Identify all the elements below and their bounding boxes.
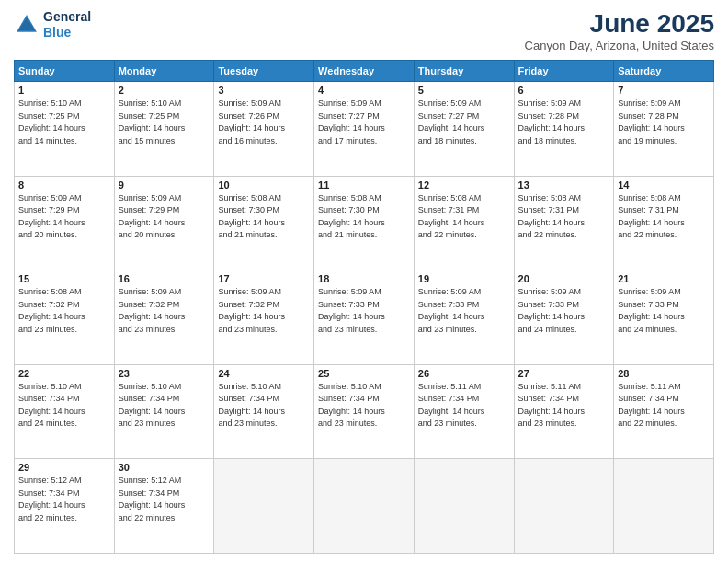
day-info: Sunrise: 5:09 AMSunset: 7:27 PMDaylight:…	[418, 98, 510, 147]
calendar-cell: 5Sunrise: 5:09 AMSunset: 7:27 PMDaylight…	[414, 82, 514, 177]
day-number: 1	[18, 85, 110, 96]
calendar-cell: 27Sunrise: 5:11 AMSunset: 7:34 PMDayligh…	[514, 364, 614, 459]
calendar-cell: 6Sunrise: 5:09 AMSunset: 7:28 PMDaylight…	[514, 82, 614, 177]
day-info: Sunrise: 5:08 AMSunset: 7:31 PMDaylight:…	[518, 192, 610, 242]
day-number: 29	[18, 462, 110, 473]
calendar-cell: 19Sunrise: 5:09 AMSunset: 7:33 PMDayligh…	[414, 270, 514, 365]
calendar-cell: 1Sunrise: 5:10 AMSunset: 7:25 PMDaylight…	[15, 82, 115, 177]
day-number: 28	[618, 368, 710, 379]
calendar-cell: 13Sunrise: 5:08 AMSunset: 7:31 PMDayligh…	[514, 176, 614, 270]
calendar-cell: 10Sunrise: 5:08 AMSunset: 7:30 PMDayligh…	[214, 176, 314, 270]
calendar-cell	[314, 459, 415, 554]
day-info: Sunrise: 5:10 AMSunset: 7:25 PMDaylight:…	[119, 98, 210, 147]
day-number: 6	[518, 85, 610, 96]
calendar-cell: 29Sunrise: 5:12 AMSunset: 7:34 PMDayligh…	[15, 459, 115, 554]
day-number: 5	[418, 85, 510, 96]
day-info: Sunrise: 5:08 AMSunset: 7:31 PMDaylight:…	[418, 192, 510, 242]
day-info: Sunrise: 5:12 AMSunset: 7:34 PMDaylight:…	[119, 475, 210, 524]
calendar-cell: 4Sunrise: 5:09 AMSunset: 7:27 PMDaylight…	[314, 82, 415, 177]
day-info: Sunrise: 5:09 AMSunset: 7:32 PMDaylight:…	[119, 286, 210, 336]
day-info: Sunrise: 5:10 AMSunset: 7:34 PMDaylight:…	[119, 381, 210, 431]
calendar-cell: 23Sunrise: 5:10 AMSunset: 7:34 PMDayligh…	[114, 364, 214, 459]
day-number: 7	[618, 85, 710, 96]
calendar-cell: 26Sunrise: 5:11 AMSunset: 7:34 PMDayligh…	[414, 364, 514, 459]
calendar-cell: 11Sunrise: 5:08 AMSunset: 7:30 PMDayligh…	[314, 176, 415, 270]
calendar-cell: 24Sunrise: 5:10 AMSunset: 7:34 PMDayligh…	[214, 364, 314, 459]
calendar-header-row: Sunday Monday Tuesday Wednesday Thursday…	[15, 61, 714, 82]
day-number: 8	[18, 179, 110, 190]
location-title: Canyon Day, Arizona, United States	[525, 39, 714, 52]
calendar-cell: 9Sunrise: 5:09 AMSunset: 7:29 PMDaylight…	[114, 176, 214, 270]
calendar-cell	[514, 459, 614, 554]
day-info: Sunrise: 5:09 AMSunset: 7:28 PMDaylight:…	[618, 98, 710, 147]
day-number: 30	[119, 462, 210, 473]
day-number: 20	[518, 273, 610, 284]
col-tuesday: Tuesday	[214, 61, 314, 82]
calendar-cell: 7Sunrise: 5:09 AMSunset: 7:28 PMDaylight…	[614, 82, 714, 177]
col-saturday: Saturday	[614, 61, 714, 82]
day-info: Sunrise: 5:08 AMSunset: 7:32 PMDaylight:…	[18, 286, 110, 336]
col-monday: Monday	[114, 61, 214, 82]
day-number: 25	[318, 368, 410, 379]
day-number: 12	[418, 179, 510, 190]
calendar-cell: 21Sunrise: 5:09 AMSunset: 7:33 PMDayligh…	[614, 270, 714, 365]
calendar-row-4: 22Sunrise: 5:10 AMSunset: 7:34 PMDayligh…	[15, 364, 714, 459]
day-number: 3	[218, 85, 310, 96]
title-area: June 2025 Canyon Day, Arizona, United St…	[525, 9, 714, 52]
day-info: Sunrise: 5:09 AMSunset: 7:27 PMDaylight:…	[318, 98, 410, 147]
calendar-table: Sunday Monday Tuesday Wednesday Thursday…	[14, 60, 714, 554]
svg-marker-1	[18, 17, 36, 30]
day-number: 2	[119, 85, 210, 96]
day-number: 13	[518, 179, 610, 190]
calendar-row-2: 8Sunrise: 5:09 AMSunset: 7:29 PMDaylight…	[15, 176, 714, 270]
col-wednesday: Wednesday	[314, 61, 415, 82]
day-number: 18	[318, 273, 410, 284]
logo-text: General Blue	[43, 9, 91, 40]
calendar-cell	[614, 459, 714, 554]
page: General Blue June 2025 Canyon Day, Arizo…	[0, 0, 728, 563]
day-number: 14	[618, 179, 710, 190]
day-number: 9	[119, 179, 210, 190]
calendar-cell: 17Sunrise: 5:09 AMSunset: 7:32 PMDayligh…	[214, 270, 314, 365]
calendar-cell: 12Sunrise: 5:08 AMSunset: 7:31 PMDayligh…	[414, 176, 514, 270]
calendar-cell: 8Sunrise: 5:09 AMSunset: 7:29 PMDaylight…	[15, 176, 115, 270]
day-info: Sunrise: 5:09 AMSunset: 7:33 PMDaylight:…	[318, 286, 410, 336]
day-info: Sunrise: 5:08 AMSunset: 7:30 PMDaylight:…	[318, 192, 410, 242]
day-info: Sunrise: 5:11 AMSunset: 7:34 PMDaylight:…	[418, 381, 510, 431]
day-number: 21	[618, 273, 710, 284]
calendar-cell: 3Sunrise: 5:09 AMSunset: 7:26 PMDaylight…	[214, 82, 314, 177]
calendar-cell: 16Sunrise: 5:09 AMSunset: 7:32 PMDayligh…	[114, 270, 214, 365]
day-number: 22	[18, 368, 110, 379]
day-info: Sunrise: 5:08 AMSunset: 7:31 PMDaylight:…	[618, 192, 710, 242]
day-number: 11	[318, 179, 410, 190]
day-info: Sunrise: 5:09 AMSunset: 7:33 PMDaylight:…	[618, 286, 710, 336]
day-info: Sunrise: 5:09 AMSunset: 7:32 PMDaylight:…	[218, 286, 310, 336]
day-info: Sunrise: 5:10 AMSunset: 7:34 PMDaylight:…	[318, 381, 410, 431]
calendar-cell: 22Sunrise: 5:10 AMSunset: 7:34 PMDayligh…	[15, 364, 115, 459]
day-info: Sunrise: 5:10 AMSunset: 7:34 PMDaylight:…	[218, 381, 310, 431]
col-friday: Friday	[514, 61, 614, 82]
calendar-cell	[214, 459, 314, 554]
day-info: Sunrise: 5:09 AMSunset: 7:28 PMDaylight:…	[518, 98, 610, 147]
calendar-cell: 15Sunrise: 5:08 AMSunset: 7:32 PMDayligh…	[15, 270, 115, 365]
day-number: 17	[218, 273, 310, 284]
month-title: June 2025	[525, 9, 714, 39]
day-info: Sunrise: 5:08 AMSunset: 7:30 PMDaylight:…	[218, 192, 310, 242]
calendar-row-1: 1Sunrise: 5:10 AMSunset: 7:25 PMDaylight…	[15, 82, 714, 177]
logo-blue: Blue	[43, 25, 91, 40]
day-number: 24	[218, 368, 310, 379]
col-thursday: Thursday	[414, 61, 514, 82]
day-number: 23	[119, 368, 210, 379]
day-number: 4	[318, 85, 410, 96]
day-info: Sunrise: 5:09 AMSunset: 7:29 PMDaylight:…	[18, 192, 110, 242]
day-info: Sunrise: 5:11 AMSunset: 7:34 PMDaylight:…	[518, 381, 610, 431]
day-info: Sunrise: 5:09 AMSunset: 7:29 PMDaylight:…	[119, 192, 210, 242]
day-number: 27	[518, 368, 610, 379]
calendar-cell: 2Sunrise: 5:10 AMSunset: 7:25 PMDaylight…	[114, 82, 214, 177]
calendar-cell: 25Sunrise: 5:10 AMSunset: 7:34 PMDayligh…	[314, 364, 415, 459]
calendar-cell: 14Sunrise: 5:08 AMSunset: 7:31 PMDayligh…	[614, 176, 714, 270]
day-number: 16	[119, 273, 210, 284]
calendar-cell	[414, 459, 514, 554]
day-info: Sunrise: 5:12 AMSunset: 7:34 PMDaylight:…	[18, 475, 110, 524]
calendar-row-5: 29Sunrise: 5:12 AMSunset: 7:34 PMDayligh…	[15, 459, 714, 554]
